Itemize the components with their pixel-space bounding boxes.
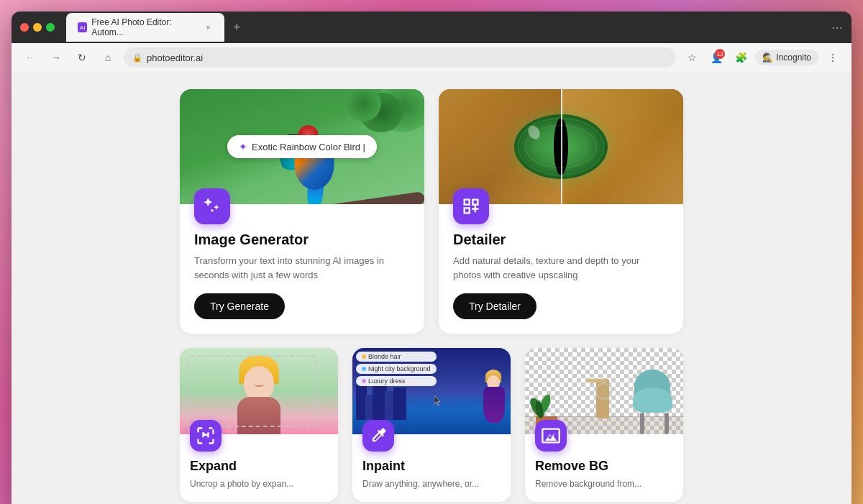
- image-generator-preview: ✦ Exotic Rainbow Color Bird |: [180, 89, 424, 204]
- incognito-icon: 🕵: [762, 52, 773, 63]
- url-text: photoeditor.ai: [147, 52, 203, 63]
- inpaint-card: Blonde hair Night city background Luxury…: [352, 348, 511, 502]
- remove-bg-desc: Remove background from...: [535, 478, 673, 490]
- expand-desc: Uncrop a photo by expan...: [190, 478, 328, 490]
- detailer-preview: [439, 89, 683, 204]
- tag-dot-1: [362, 354, 366, 359]
- remove-bg-title: Remove BG: [535, 459, 673, 474]
- inpaint-body: Inpaint Draw anything, anywhere, or...: [352, 434, 511, 502]
- cat-eye-image: [439, 89, 683, 204]
- close-window-button[interactable]: [20, 23, 29, 32]
- prompt-tags: Blonde hair Night city background Luxury…: [356, 352, 437, 386]
- chair: [633, 370, 676, 434]
- browser-window: AI Free AI Photo Editor: Autom... × + ⋯ …: [12, 12, 851, 504]
- nav-actions: ☆ 👤 12 🧩 🕵 Incognito ⋮: [682, 47, 843, 68]
- remove-bg-svg-icon: [541, 426, 561, 446]
- remove-bg-card: ↑ Remove BG Remove background from...: [525, 348, 683, 502]
- active-tab[interactable]: AI Free AI Photo Editor: Autom... ×: [66, 13, 224, 42]
- chair-seat: [633, 388, 672, 413]
- tab-title: Free AI Photo Editor: Autom...: [91, 17, 199, 37]
- home-button[interactable]: ⌂: [98, 47, 118, 68]
- incognito-button[interactable]: 🕵 Incognito: [755, 50, 818, 65]
- detailer-icon: [453, 188, 489, 224]
- inpaint-icon: [362, 420, 394, 452]
- detailer-body: Detailer Add natural details, texture an…: [439, 204, 683, 334]
- expand-body: Expand Uncrop a photo by expan...: [180, 434, 338, 502]
- prompt-tag-3: Luxury dress: [356, 376, 437, 386]
- sparkle-icon: ✦: [239, 141, 247, 152]
- inpaint-cursor: [434, 395, 442, 407]
- detailer-enhance-icon: [461, 196, 481, 216]
- inpaint-title: Inpaint: [362, 459, 501, 474]
- extensions-button[interactable]: 🧩: [731, 47, 751, 68]
- lock-icon: 🔒: [132, 53, 142, 63]
- prompt-tag-1: Blonde hair: [356, 352, 437, 362]
- magic-wand-icon: [202, 196, 222, 216]
- expand-icon: [190, 420, 222, 452]
- inpaint-body: [483, 387, 505, 423]
- page-content: ✦ Exotic Rainbow Color Bird |: [12, 72, 851, 504]
- prompt-bubble: ✦ Exotic Rainbow Color Bird |: [227, 135, 377, 158]
- nav-bar: ← → ↻ ⌂ 🔒 photoeditor.ai ☆ 👤 12 🧩 🕵 Inco…: [12, 43, 851, 72]
- try-generate-button[interactable]: Try Generate: [194, 293, 285, 319]
- more-options-button[interactable]: ⋮: [823, 47, 843, 68]
- chair-leg-right: [665, 413, 669, 434]
- new-tab-button[interactable]: +: [230, 17, 244, 38]
- detailer-desc: Add natural details, texture and depth t…: [453, 254, 669, 282]
- tag-dot-3: [362, 379, 366, 383]
- detailer-title: Detailer: [453, 232, 669, 248]
- inpaint-svg-icon: [368, 426, 388, 446]
- before-after-divider: [561, 89, 562, 204]
- bottom-cards-grid: Expand Uncrop a photo by expan...: [180, 348, 683, 502]
- bookmark-button[interactable]: ☆: [682, 47, 702, 68]
- traffic-lights: [20, 23, 55, 32]
- minimize-window-button[interactable]: [33, 23, 42, 32]
- forward-button[interactable]: →: [46, 47, 66, 68]
- prompt-text: Exotic Rainbow Color Bird |: [252, 142, 365, 152]
- remove-bg-icon: [535, 420, 567, 452]
- prompt-tag-2: Night city background: [356, 364, 437, 374]
- image-generator-body: Image Generator Transform your text into…: [180, 204, 424, 334]
- selection-box: [187, 355, 316, 427]
- chair-leg-left: [640, 413, 644, 434]
- reload-button[interactable]: ↻: [72, 47, 92, 68]
- tab-close-button[interactable]: ×: [204, 22, 213, 32]
- expand-svg-icon: [196, 426, 216, 446]
- address-bar[interactable]: 🔒 photoeditor.ai: [124, 47, 676, 68]
- tag-dot-2: [362, 367, 366, 371]
- expand-card: Expand Uncrop a photo by expan...: [180, 348, 338, 502]
- title-bar: AI Free AI Photo Editor: Autom... × + ⋯: [12, 12, 851, 43]
- try-detailer-button[interactable]: Try Detailer: [453, 293, 536, 319]
- image-generator-card: ✦ Exotic Rainbow Color Bird |: [180, 89, 424, 334]
- window-controls[interactable]: ⋯: [831, 21, 843, 35]
- tab-favicon: AI: [78, 22, 87, 32]
- upload-circle-icon: ↑: [595, 382, 613, 400]
- expand-title: Expand: [190, 459, 328, 474]
- tab-bar: AI Free AI Photo Editor: Autom... × +: [66, 13, 826, 42]
- bird-bg: ✦ Exotic Rainbow Color Bird |: [180, 89, 424, 204]
- image-generator-title: Image Generator: [194, 232, 410, 248]
- remove-bg-body: Remove BG Remove background from...: [525, 434, 683, 502]
- inpaint-person: [483, 370, 505, 431]
- inpaint-desc: Draw anything, anywhere, or...: [362, 478, 501, 490]
- notifications-button[interactable]: 👤 12: [706, 47, 726, 68]
- back-button[interactable]: ←: [20, 47, 40, 68]
- notification-badge: 12: [715, 49, 725, 59]
- image-generator-icon: [194, 188, 230, 224]
- incognito-label: Incognito: [776, 52, 811, 63]
- top-cards-grid: ✦ Exotic Rainbow Color Bird |: [180, 89, 683, 334]
- image-generator-desc: Transform your text into stunning AI ima…: [194, 254, 410, 282]
- detailer-card: Detailer Add natural details, texture an…: [439, 89, 683, 334]
- maximize-window-button[interactable]: [46, 23, 55, 32]
